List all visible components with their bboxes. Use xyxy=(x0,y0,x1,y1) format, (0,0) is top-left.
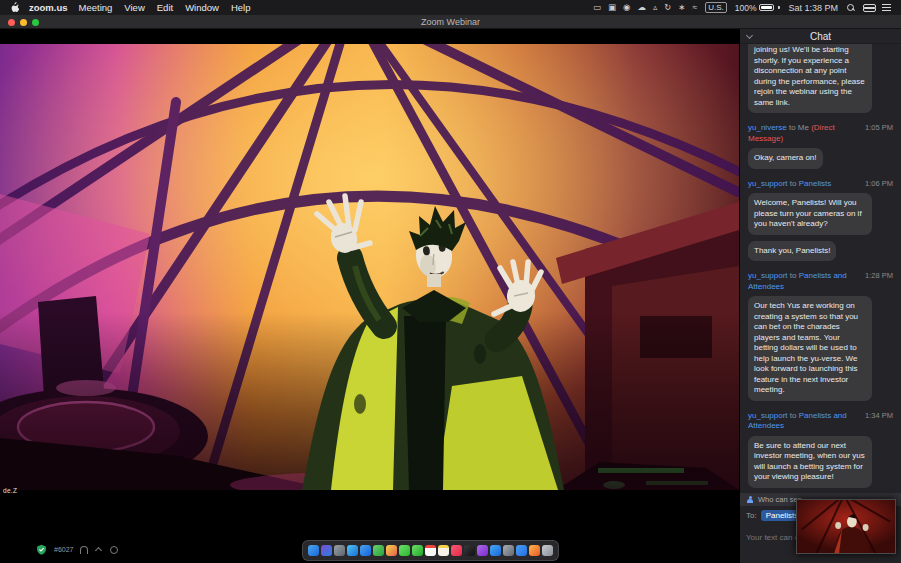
menu-edit[interactable]: Edit xyxy=(157,2,173,13)
dock-icon-notes[interactable] xyxy=(438,545,449,556)
screen-record-icon[interactable]: ◉ xyxy=(623,3,630,12)
apple-icon xyxy=(10,2,19,13)
message-header: yu_support to Panelists1:06 PM xyxy=(748,179,893,189)
fullscreen-button[interactable] xyxy=(32,19,39,26)
bluetooth-icon[interactable]: ∗ xyxy=(678,3,685,12)
battery-tip xyxy=(778,6,780,9)
meeting-controls: #6027 xyxy=(36,544,118,555)
chat-header: Chat xyxy=(740,29,901,44)
cloud-icon[interactable]: ☁ xyxy=(637,3,646,12)
dock-icon-calendar[interactable] xyxy=(425,545,436,556)
screen-mirroring-icon[interactable]: ▭ xyxy=(593,3,601,12)
sender-name: yu_support xyxy=(748,271,788,280)
chat-panel: Chat promoted to a Participant and have … xyxy=(739,29,901,563)
menu-bar: zoom.us MeetingViewEditWindowHelp ▭▣◉☁▵↻… xyxy=(0,0,901,15)
close-button[interactable] xyxy=(8,19,15,26)
message-header: yu_support to Panelists and Attendees1:2… xyxy=(748,271,893,292)
self-view-video-frame xyxy=(797,500,895,553)
dock-icon-system-preferences[interactable] xyxy=(503,545,514,556)
status-icons: ▭▣◉☁▵↻∗≈ xyxy=(593,3,697,12)
dock-icon-siri[interactable] xyxy=(321,545,332,556)
control-center-icon[interactable] xyxy=(863,4,874,12)
menu-clock[interactable]: Sat 1:38 PM xyxy=(788,3,838,13)
window-title: Zoom Webinar xyxy=(421,17,480,27)
meeting-code-label: #6027 xyxy=(54,546,73,553)
apple-menu[interactable] xyxy=(10,2,19,13)
dock xyxy=(302,540,559,561)
timestamp: 1:34 PM xyxy=(865,411,893,421)
webinar-video[interactable]: de.Z #6027 xyxy=(0,29,739,563)
video-watermark: de.Z xyxy=(3,487,17,494)
dock-icon-safari[interactable] xyxy=(347,545,358,556)
chat-message-bubble: Our tech Yus are working on creating a s… xyxy=(748,296,872,401)
sender-name: yu_niverse xyxy=(748,123,787,132)
dock-icon-music[interactable] xyxy=(451,545,462,556)
message-header: yu_support to Panelists and Attendees1:3… xyxy=(748,411,893,432)
dock-icon-firefox[interactable] xyxy=(529,545,540,556)
audio-icon[interactable] xyxy=(80,546,88,554)
chat-title: Chat xyxy=(810,31,831,42)
chevron-down-icon[interactable] xyxy=(746,32,753,39)
window-content: de.Z #6027 Chat promoted to a Participan… xyxy=(0,29,901,563)
dock-icon-maps[interactable] xyxy=(373,545,384,556)
performer-video-frame xyxy=(0,44,739,490)
recipient-name: Panelists xyxy=(799,179,831,188)
window-titlebar[interactable]: Zoom Webinar xyxy=(0,15,901,29)
menu-meeting[interactable]: Meeting xyxy=(79,2,113,13)
wifi-icon[interactable]: ≈ xyxy=(692,3,697,12)
menu-window[interactable]: Window xyxy=(185,2,219,13)
menu-view[interactable]: View xyxy=(124,2,144,13)
audio-options-caret-icon[interactable] xyxy=(95,546,103,554)
dock-icon-photos[interactable] xyxy=(386,545,397,556)
chat-message-bubble: Okay, camera on! xyxy=(748,148,823,169)
chat-message-bubble: Hello, Everyone! Thank you for joining u… xyxy=(748,44,872,113)
menu-help[interactable]: Help xyxy=(231,2,251,13)
chat-messages[interactable]: promoted to a Participant and have the o… xyxy=(740,44,901,493)
settings-gear-icon[interactable] xyxy=(110,546,118,554)
timestamp: 1:28 PM xyxy=(865,271,893,281)
window-controls xyxy=(8,19,39,26)
security-shield-icon[interactable] xyxy=(36,544,47,555)
sender-name: yu_support xyxy=(748,411,788,420)
dock-icon-facetime[interactable] xyxy=(412,545,423,556)
keyboard-layout-indicator[interactable]: U.S. xyxy=(705,2,727,13)
menu-bar-menus: MeetingViewEditWindowHelp xyxy=(79,2,251,13)
self-view-thumbnail[interactable] xyxy=(796,499,896,554)
menu-bar-status: ▭▣◉☁▵↻∗≈ U.S. 100% Sat 1:38 PM xyxy=(593,2,891,13)
sync-icon[interactable]: ↻ xyxy=(664,3,671,12)
chat-message-bubble: Thank you, Panelists! xyxy=(748,241,836,262)
sender-name: yu_support xyxy=(748,179,788,188)
desktop: zoom.us MeetingViewEditWindowHelp ▭▣◉☁▵↻… xyxy=(0,0,901,563)
dock-icon-trash[interactable] xyxy=(542,545,553,556)
recipient-selector-value: Panelists xyxy=(766,511,798,520)
chat-message-bubble: Welcome, Panelists! Will you please turn… xyxy=(748,193,872,235)
zoom-window: Zoom Webinar xyxy=(0,15,901,563)
message-header: yu_niverse to Me (Direct Message)1:05 PM xyxy=(748,123,893,144)
dock-icon-launchpad[interactable] xyxy=(334,545,345,556)
person-icon xyxy=(746,496,754,504)
recipient-name: Me xyxy=(798,123,809,132)
dock-icon-podcasts[interactable] xyxy=(477,545,488,556)
dock-icon-messages[interactable] xyxy=(399,545,410,556)
dock-icon-zoom[interactable] xyxy=(516,545,527,556)
menu-app-name[interactable]: zoom.us xyxy=(29,2,68,13)
battery-percent-label: 100% xyxy=(735,3,757,13)
dock-icon-finder[interactable] xyxy=(308,545,319,556)
play-status-icon[interactable]: ▵ xyxy=(653,3,657,12)
dock-icon-app-store[interactable] xyxy=(490,545,501,556)
battery-icon xyxy=(759,4,774,11)
battery-indicator[interactable]: 100% xyxy=(735,3,781,13)
spotlight-icon[interactable] xyxy=(846,3,855,12)
timestamp: 1:05 PM xyxy=(865,123,893,133)
dock-icon-tv[interactable] xyxy=(464,545,475,556)
to-label: To: xyxy=(746,511,757,520)
minimize-button[interactable] xyxy=(20,19,27,26)
notification-center-icon[interactable] xyxy=(882,4,891,12)
chat-message-bubble: Be sure to attend our next investor meet… xyxy=(748,436,872,488)
timestamp: 1:06 PM xyxy=(865,179,893,189)
dock-icon-mail[interactable] xyxy=(360,545,371,556)
stage-manager-icon[interactable]: ▣ xyxy=(608,3,616,12)
